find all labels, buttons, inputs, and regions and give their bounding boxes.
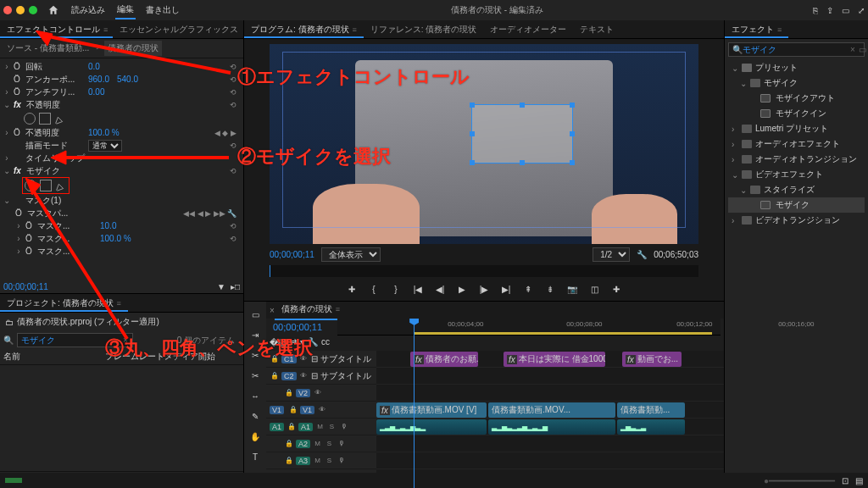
tab-reference[interactable]: リファレンス: 債務者の現状 — [364, 20, 484, 38]
go-in-icon[interactable]: |◀ — [411, 282, 425, 296]
effect-opacity[interactable]: 不透明度 — [26, 99, 86, 111]
add-marker-icon[interactable]: ✚ — [345, 282, 359, 296]
resolution-select[interactable]: 1/2 — [593, 247, 630, 262]
effect-mosaic[interactable]: モザイク — [26, 165, 86, 177]
caption-icon[interactable]: cc — [321, 337, 330, 349]
tab-program[interactable]: プログラム: 債務者の現状≡ — [244, 20, 364, 38]
program-in-timecode[interactable]: 00;00;00;11 — [270, 250, 314, 259]
razor-tool[interactable]: ✂ — [248, 368, 263, 383]
clip-c1-1[interactable]: fx債務者のお願... — [410, 352, 478, 367]
clip-c1-2[interactable]: fx本日は実際に 借金1000... — [504, 352, 605, 367]
mark-in-icon[interactable]: { — [367, 282, 381, 296]
workspace-write[interactable]: 書き出し — [144, 2, 181, 19]
annotation-1: ①エフェクトコントロール — [237, 64, 470, 90]
timeline-timecode[interactable]: 00;00;00;11 — [270, 320, 326, 334]
pen-mask-button[interactable] — [54, 113, 66, 125]
clip-v1-2[interactable]: 債務書類動画.MOV... — [488, 402, 615, 418]
lift-icon[interactable]: ⇞ — [521, 282, 535, 296]
clip-a1-2[interactable]: ▃▂▅▃▂▃▅▂▃▂▅ — [488, 419, 615, 435]
zoom-fit-select[interactable]: 全体表示 — [321, 247, 381, 262]
tab-audio-meter[interactable]: オーディオメーター — [483, 20, 573, 38]
share-icon[interactable]: ⇪ — [826, 6, 833, 15]
folder-icon — [742, 170, 752, 179]
col-name[interactable]: 名前 — [3, 351, 105, 363]
effect-mosaic-item[interactable]: モザイク — [728, 197, 865, 213]
play-icon[interactable]: ▶ — [455, 282, 469, 296]
folder-icon — [742, 140, 752, 148]
slip-tool[interactable]: ↔ — [248, 388, 263, 403]
folder-icon — [742, 64, 752, 72]
opacity-mask-shapes — [0, 111, 243, 126]
svg-line-0 — [44, 36, 231, 73]
title-bar: 読み込み 編集 書き出し 債務者の現状 - 編集済み ⎘ ⇪ ▭ ⤢ — [0, 0, 868, 20]
folder-icon — [750, 79, 760, 87]
annotation-3: ③丸、四角、ペンを選択 — [105, 336, 313, 361]
pen-tool[interactable]: ✎ — [248, 408, 263, 424]
folder-icon — [742, 125, 752, 133]
status-indicator — [5, 478, 22, 483]
type-tool[interactable]: T — [248, 449, 263, 464]
clip-a1-3[interactable]: ▂▅▃▂▃ — [617, 419, 685, 435]
zoom-slider[interactable]: ●━━━━━━━━━━━━━ — [764, 476, 835, 485]
svg-marker-3 — [51, 151, 66, 164]
program-scrubber[interactable] — [270, 265, 698, 277]
step-fwd-icon[interactable]: |▶ — [477, 282, 491, 296]
workspaces-icon[interactable]: ▭ — [842, 6, 849, 15]
clip-a1-1[interactable]: ▂▃▅▂▃▂▅▃▂ — [376, 419, 487, 435]
workspace-edit[interactable]: 編集 — [115, 1, 136, 19]
timeline-panel: ▭ ⇥ ✂ ✂ ↔ ✎ ✋ T × 債務者の現状≡ 00;00;00;11 00… — [244, 301, 724, 488]
workspace-tabs[interactable]: 読み込み 編集 書き出し — [46, 1, 181, 19]
hand-tool[interactable]: ✋ — [248, 429, 263, 444]
svg-marker-1 — [36, 30, 53, 46]
wrench-icon[interactable]: ▸□ — [231, 282, 240, 291]
home-icon[interactable] — [46, 2, 61, 19]
track-headers: 🔒C1👁⊟サブタイトル 🔒C2👁⊟サブタイトル 🔒V2👁 V1🔒V1👁 A1🔒A… — [266, 351, 376, 488]
settings-wrench-icon[interactable]: 🔧 — [637, 250, 647, 259]
clear-search-icon[interactable]: × — [850, 45, 855, 54]
effects-tree: ⌄プリセット ⌄モザイク モザイクアウト モザイクイン ›Lumetri プリセ… — [728, 60, 865, 228]
prop-antiflicker[interactable]: アンチフリ... — [25, 86, 85, 98]
clip-c1-3[interactable]: fx動画でお... — [622, 352, 682, 367]
search-icon: 🔍 — [732, 45, 743, 54]
document-title: 債務者の現状 - 編集済み — [181, 4, 813, 16]
bin-icon[interactable]: 🗀 — [5, 318, 14, 327]
quick-export-icon[interactable]: ⎘ — [813, 6, 818, 15]
prop-opacity[interactable]: 不透明度 — [25, 127, 85, 139]
svg-line-4 — [31, 186, 127, 339]
topbar-right-icons: ⎘ ⇪ ▭ ⤢ — [813, 6, 865, 15]
status-icon[interactable]: ▤ — [855, 476, 863, 485]
timeline-content[interactable]: fx債務者のお願... fx本日は実際に 借金1000... fx動画でお...… — [376, 351, 724, 488]
filter-icon[interactable]: ▼ — [217, 282, 225, 291]
window-controls[interactable] — [3, 6, 37, 14]
effects-search-input[interactable] — [743, 45, 850, 54]
extract-icon[interactable]: ⇟ — [543, 282, 557, 296]
tool-palette: ▭ ⇥ ✂ ✂ ↔ ✎ ✋ T — [244, 302, 266, 488]
filter-icon[interactable]: ▭ — [859, 45, 866, 54]
export-frame-icon[interactable]: 📷 — [565, 282, 579, 296]
mark-out-icon[interactable]: } — [389, 282, 403, 296]
clip-v1-1[interactable]: fx債務書類動画.MOV [V] — [376, 402, 487, 418]
ellipse-mask-button[interactable] — [24, 113, 36, 125]
rect-mask-button[interactable] — [39, 113, 51, 125]
step-back-icon[interactable]: ◀| — [433, 282, 447, 296]
preset-icon — [760, 109, 771, 118]
annotation-2: ②モザイクを選択 — [237, 144, 391, 169]
time-ruler[interactable]: 00;00;04;00 00;00;08;00 00;00;12;00 00;0… — [337, 319, 721, 336]
workspace-learn[interactable]: 読み込み — [70, 2, 107, 19]
clip-v1-3[interactable]: 債務書類動... — [617, 402, 685, 418]
wrench-icon[interactable]: 🔧 — [227, 209, 236, 218]
button-editor-icon[interactable]: ✚ — [609, 282, 623, 296]
selection-tool[interactable]: ▭ — [248, 307, 263, 322]
go-out-icon[interactable]: ▶| — [499, 282, 513, 296]
playhead[interactable] — [414, 319, 415, 488]
folder-icon — [742, 216, 752, 225]
mosaic-mask-overlay[interactable] — [471, 104, 573, 164]
fullscreen-icon[interactable]: ⤢ — [858, 6, 865, 15]
status-bar: ●━━━━━━━━━━━━━ ⊡ ▤ — [0, 473, 868, 488]
preset-icon — [760, 94, 771, 103]
compare-icon[interactable]: ◫ — [587, 282, 601, 296]
status-icon[interactable]: ⊡ — [842, 476, 849, 485]
sequence-tab[interactable]: 債務者の現状≡ — [275, 300, 347, 320]
tab-text[interactable]: テキスト — [573, 20, 620, 38]
tab-effects[interactable]: エフェクト≡ — [725, 20, 788, 38]
